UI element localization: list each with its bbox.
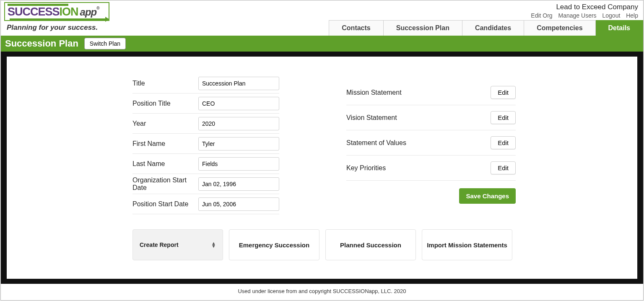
tab-details[interactable]: Details	[596, 20, 643, 36]
label-statement-of-values: Statement of Values	[346, 139, 406, 147]
logo-text-app: app	[80, 6, 97, 18]
position-title-input[interactable]	[198, 97, 279, 110]
last-name-input[interactable]	[198, 157, 279, 171]
first-name-input[interactable]	[198, 137, 279, 150]
registered-icon: ®	[96, 6, 99, 10]
save-changes-button[interactable]: Save Changes	[459, 188, 516, 204]
label-year: Year	[132, 120, 198, 127]
tab-contacts[interactable]: Contacts	[329, 20, 383, 36]
page-title: Succession Plan	[5, 38, 78, 49]
logo-text-success: SUCCESS	[8, 5, 60, 18]
create-report-label: Create Report	[140, 241, 179, 248]
label-vision-statement: Vision Statement	[346, 114, 397, 122]
emergency-succession-button[interactable]: Emergency Succession	[229, 229, 319, 260]
tagline: Planning for your success.	[7, 23, 109, 32]
arrow-icon	[10, 18, 106, 20]
label-position-title: Position Title	[132, 100, 198, 107]
label-title: Title	[132, 80, 198, 87]
title-input[interactable]	[198, 77, 279, 90]
org-start-date-input[interactable]	[198, 177, 279, 191]
edit-mission-button[interactable]: Edit	[491, 86, 516, 99]
help-link[interactable]: Help	[626, 12, 638, 19]
position-start-date-input[interactable]	[198, 197, 279, 211]
label-last-name: Last Name	[132, 160, 198, 168]
planned-succession-button[interactable]: Planned Succession	[325, 229, 416, 260]
import-mission-statements-button[interactable]: Import Mission Statements	[422, 229, 512, 260]
label-key-priorities: Key Priorities	[346, 164, 386, 172]
tab-succession-plan[interactable]: Succession Plan	[384, 20, 462, 36]
logo-text-ion: ION	[60, 5, 78, 18]
label-first-name: First Name	[132, 140, 198, 148]
label-position-start-date: Position Start Date	[132, 200, 198, 208]
edit-org-link[interactable]: Edit Org	[531, 12, 552, 19]
logout-link[interactable]: Logout	[602, 12, 620, 19]
create-report-select[interactable]: Create Report ▲▼	[132, 229, 223, 260]
company-name: Lead to Exceed Company	[527, 3, 638, 11]
edit-priorities-button[interactable]: Edit	[491, 161, 516, 174]
manage-users-link[interactable]: Manage Users	[558, 12, 597, 19]
logo: SUCCESSIONapp® Planning for your success…	[4, 2, 109, 32]
tab-candidates[interactable]: Candidates	[462, 20, 524, 36]
footer-text: Used under license from and copyright SU…	[1, 284, 643, 300]
dropdown-arrows-icon: ▲▼	[211, 242, 216, 248]
switch-plan-button[interactable]: Switch Plan	[84, 38, 126, 49]
label-org-start-date: Organization Start Date	[132, 176, 198, 192]
year-input[interactable]	[198, 117, 279, 130]
edit-values-button[interactable]: Edit	[491, 136, 516, 149]
edit-vision-button[interactable]: Edit	[491, 111, 516, 124]
tab-competencies[interactable]: Competencies	[524, 20, 595, 36]
label-mission-statement: Mission Statement	[346, 89, 402, 96]
